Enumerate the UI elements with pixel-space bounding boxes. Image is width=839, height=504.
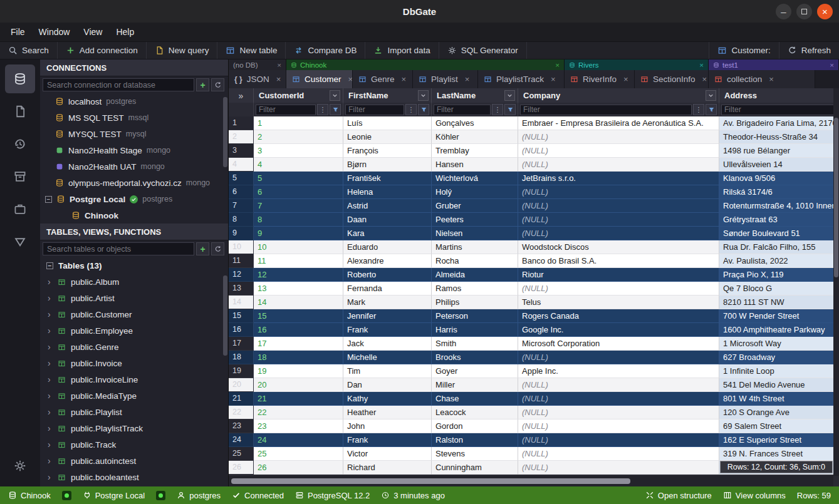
status-postgres[interactable]: postgres (171, 491, 226, 500)
tab-sectioninfo[interactable]: SectionInfo× (635, 70, 709, 88)
cell-last[interactable]: Tremblay (432, 144, 518, 158)
toolbar-add-connection-button[interactable]: Add connection (58, 42, 147, 59)
row-number-cell[interactable]: 17 (229, 337, 254, 351)
cell-last[interactable]: Stevens (432, 447, 518, 461)
table-item-public-mediatype[interactable]: ›public.MediaType (40, 388, 228, 404)
cell-address[interactable]: 1 Infinite Loop (719, 364, 839, 378)
cell-first[interactable]: Frank (343, 323, 432, 337)
table-item-public-playlisttrack[interactable]: ›public.PlaylistTrack (40, 420, 228, 436)
cell-company[interactable]: (NULL) (518, 130, 719, 144)
cell-last[interactable]: Hansen (432, 158, 518, 172)
cell-address[interactable]: 69 Salem Street (719, 419, 839, 433)
cell-last[interactable]: Chase (432, 392, 518, 406)
row-number-cell[interactable]: 18 (229, 351, 254, 364)
cell-id[interactable]: 14 (254, 296, 343, 309)
column-header-customerid[interactable]: CustomerId (254, 88, 343, 103)
chevron-right-icon[interactable]: › (48, 440, 53, 450)
cell-id[interactable]: 7 (254, 199, 343, 213)
cell-id[interactable]: 18 (254, 351, 343, 364)
grid-corner-cell[interactable]: » (229, 88, 254, 103)
column-dropdown-button[interactable] (504, 90, 515, 101)
cell-id[interactable]: 6 (254, 185, 343, 199)
toolbar-new-query-button[interactable]: New query (147, 42, 218, 59)
table-item-public-playlist[interactable]: ›public.Playlist (40, 404, 228, 420)
cell-address[interactable]: 1600 Amphitheatre Parkway (719, 323, 839, 337)
status-indicator[interactable] (150, 491, 171, 500)
chevron-right-icon[interactable]: › (48, 407, 53, 417)
table-item-public-employee[interactable]: ›public.Employee (40, 322, 228, 339)
cell-id[interactable]: 20 (254, 378, 343, 392)
cell-first[interactable]: Eduardo (343, 240, 432, 254)
cell-id[interactable]: 19 (254, 364, 343, 378)
status-chinook[interactable]: Chinook (3, 491, 56, 500)
toolbar-customer--button[interactable]: Customer: (709, 42, 778, 59)
filter-funnel-icon[interactable] (418, 104, 429, 115)
column-dropdown-button[interactable] (706, 90, 716, 101)
status-3-minutes-ago[interactable]: 3 minutes ago (375, 491, 451, 500)
cell-id[interactable]: 3 (254, 144, 343, 158)
refresh-tables-button[interactable] (211, 242, 224, 255)
activity-history[interactable] (5, 130, 35, 158)
cell-company[interactable]: Embraer - Empresa Brasileira de Aeronáut… (518, 116, 719, 130)
cell-address[interactable]: Klanova 9/506 (719, 172, 839, 185)
status-postgre-local[interactable]: Postgre Local (77, 491, 151, 500)
filter-funnel-icon[interactable] (706, 104, 717, 115)
row-number-cell[interactable]: 10 (229, 240, 254, 254)
cell-first[interactable]: František (343, 172, 432, 185)
cell-id[interactable]: 12 (254, 268, 343, 282)
row-number-cell[interactable]: 14 (229, 296, 254, 309)
grid-vertical-scrollbar[interactable] (833, 88, 839, 476)
cell-first[interactable]: Mark (343, 296, 432, 309)
cell-address[interactable]: Rilská 3174/6 (719, 185, 839, 199)
cell-last[interactable]: Martins (432, 240, 518, 254)
row-number-cell[interactable]: 20 (229, 378, 254, 392)
tables-search-input[interactable] (43, 242, 194, 255)
status-view-columns[interactable]: View columns (717, 491, 791, 500)
filter-funnel-icon[interactable] (330, 104, 341, 115)
status-indicator[interactable] (56, 491, 77, 500)
column-header-firstname[interactable]: FirstName (343, 88, 432, 103)
cell-address[interactable]: Sønder Boulevard 51 (719, 227, 839, 240)
row-number-cell[interactable]: 23 (229, 419, 254, 433)
tab-group-chinook[interactable]: Chinook× (286, 59, 565, 70)
status-open-structure[interactable]: Open structure (640, 491, 717, 500)
cell-first[interactable]: Kathy (343, 392, 432, 406)
chevron-right-icon[interactable]: › (48, 309, 53, 319)
cell-last[interactable]: Harris (432, 323, 518, 337)
cell-company[interactable]: (NULL) (518, 144, 719, 158)
cell-first[interactable]: Bjørn (343, 158, 432, 172)
cell-address[interactable]: Praça Pio X, 119 (719, 268, 839, 282)
cell-company[interactable]: (NULL) (518, 213, 719, 227)
cell-last[interactable]: Miller (432, 378, 518, 392)
cell-last[interactable]: Peterson (432, 309, 518, 323)
cell-id[interactable]: 16 (254, 323, 343, 337)
chevron-right-icon[interactable]: › (48, 358, 53, 368)
cell-address[interactable]: Rua Dr. Falcão Filho, 155 (719, 240, 839, 254)
tab-riverinfo[interactable]: RiverInfo× (565, 70, 635, 88)
cell-address[interactable]: 162 E Superior Street (719, 433, 839, 447)
cell-last[interactable]: Gonçalves (432, 116, 518, 130)
collapse-icon[interactable]: − (46, 262, 53, 269)
cell-first[interactable]: Astrid (343, 199, 432, 213)
row-number-cell[interactable]: 26 (229, 461, 254, 475)
cell-last[interactable]: Ramos (432, 282, 518, 296)
filter-funnel-icon[interactable] (504, 104, 516, 115)
cell-last[interactable]: Rocha (432, 254, 518, 268)
column-header-lastname[interactable]: LastName (432, 88, 518, 103)
cell-last[interactable]: Holý (432, 185, 518, 199)
cell-company[interactable]: (NULL) (518, 447, 719, 461)
cell-id[interactable]: 4 (254, 158, 343, 172)
filter-input-firstname[interactable] (345, 105, 404, 115)
cell-address[interactable]: 319 N. Frances Street (719, 447, 839, 461)
close-icon[interactable]: × (830, 61, 834, 69)
status-postgresql-12-2[interactable]: PostgreSQL 12.2 (289, 491, 375, 500)
cell-first[interactable]: Michelle (343, 351, 432, 364)
table-item-public-track[interactable]: ›public.Track (40, 436, 228, 453)
close-icon[interactable]: × (769, 75, 774, 84)
cell-id[interactable]: 5 (254, 172, 343, 185)
column-dropdown-button[interactable] (418, 90, 429, 101)
cell-address[interactable]: 1 Microsoft Way (719, 337, 839, 351)
cell-company[interactable]: (NULL) (518, 433, 719, 447)
cell-last[interactable]: Brooks (432, 351, 518, 364)
row-number-cell[interactable]: 9 (229, 227, 254, 240)
